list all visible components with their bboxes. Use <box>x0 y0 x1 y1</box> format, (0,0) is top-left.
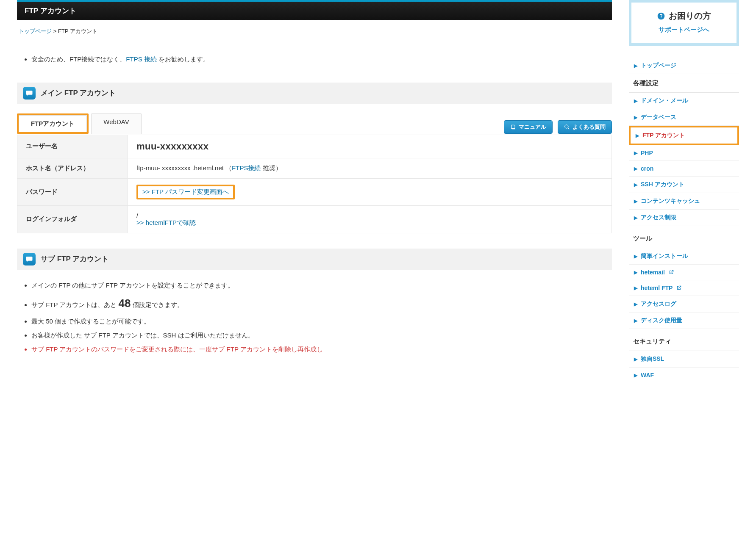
sidebar-settings-nav: ▶ドメイン・メール▶データベース▶FTP アカウント▶PHP▶cron▶SSH … <box>629 93 739 226</box>
caret-right-icon: ▶ <box>634 254 637 259</box>
caret-right-icon: ▶ <box>634 182 637 188</box>
notice-prefix: 安全のため、FTP接続ではなく、 <box>31 55 126 63</box>
sidebar-item-簡単インストール[interactable]: ▶簡単インストール <box>629 248 739 264</box>
external-link-icon <box>668 269 674 275</box>
ftp-account-table: ユーザー名 muu-xxxxxxxxx ホスト名（アドレス） ftp-muu- … <box>17 135 612 233</box>
row-host-value-suffix: 推奨） <box>261 164 281 171</box>
caret-right-icon: ▶ <box>634 199 637 204</box>
help-box-title-text: お困りの方 <box>669 10 711 22</box>
row-folder-value-cell: / >> hetemlFTPで確認 <box>128 205 612 233</box>
top-notice-item: 安全のため、FTP接続ではなく、FTPS 接続 をお勧めします。 <box>31 53 612 66</box>
sidebar-section-tools-title: ツール <box>629 230 739 248</box>
row-user-value: muu-xxxxxxxxx <box>136 141 208 152</box>
row-host-label: ホスト名（アドレス） <box>17 158 128 178</box>
row-password-value-cell: >> FTP パスワード変更画面へ <box>128 178 612 205</box>
caret-right-icon: ▶ <box>634 166 637 171</box>
sidebar-item-label: hetemail <box>641 269 665 276</box>
tab-ftp-account[interactable]: FTPアカウント <box>19 115 87 132</box>
support-page-link[interactable]: サポートページへ <box>659 26 709 33</box>
sidebar-item-独自SSL[interactable]: ▶独自SSL <box>629 351 739 367</box>
hetemlftp-confirm-link[interactable]: >> hetemlFTPで確認 <box>136 219 196 226</box>
caret-right-icon: ▶ <box>634 357 637 362</box>
sidebar-tools-nav: ▶簡単インストール▶hetemail▶heteml FTP▶アクセスログ▶ディス… <box>629 248 739 329</box>
sidebar-item-ディスク使用量[interactable]: ▶ディスク使用量 <box>629 312 739 329</box>
sidebar-item-データベース[interactable]: ▶データベース <box>629 109 739 125</box>
caret-right-icon: ▶ <box>634 301 637 307</box>
sidebar-item-FTP-アカウント[interactable]: ▶FTP アカウント <box>631 127 737 144</box>
sidebar-item-PHP[interactable]: ▶PHP <box>629 145 739 160</box>
sidebar-item-label: データベース <box>641 113 676 121</box>
help-icon <box>657 12 665 20</box>
ftps-connection-link[interactable]: FTPS接続 <box>232 164 261 171</box>
caret-right-icon: ▶ <box>634 98 637 104</box>
tab-webdav[interactable]: WebDAV <box>91 113 141 134</box>
caret-right-icon: ▶ <box>634 285 637 291</box>
book-icon <box>510 124 516 130</box>
chat-bubble-icon <box>23 87 36 100</box>
caret-right-icon: ▶ <box>634 318 637 324</box>
breadcrumb: トップページ > FTP アカウント <box>17 25 612 43</box>
sidebar-item-cron[interactable]: ▶cron <box>629 161 739 176</box>
side-nav-top: ▶トップページ <box>629 58 739 74</box>
main-ftp-section-head: メイン FTP アカウント <box>17 83 612 104</box>
notice-suffix: をお勧めします。 <box>157 55 209 63</box>
top-notice-list: 安全のため、FTP接続ではなく、FTPS 接続 をお勧めします。 <box>17 53 612 66</box>
sidebar-top-page[interactable]: ▶トップページ <box>629 58 739 74</box>
sidebar-item-label: 簡単インストール <box>641 252 688 260</box>
sub-note-2: サブ FTP アカウントは、あと 48 個設定できます。 <box>31 293 612 313</box>
sidebar-item-ドメイン・メール[interactable]: ▶ドメイン・メール <box>629 93 739 109</box>
search-icon <box>564 124 570 130</box>
page-title: FTP アカウント <box>17 0 612 20</box>
sidebar-item-label: コンテンツキャッシュ <box>641 197 700 205</box>
sub-ftp-notes: メインの FTP の他にサブ FTP アカウントを設定することができます。 サブ… <box>17 279 612 355</box>
sidebar-item-label: WAF <box>641 372 654 379</box>
row-folder-label: ログインフォルダ <box>17 205 128 233</box>
faq-button[interactable]: よくある質問 <box>558 120 612 134</box>
sub-note-2-count: 48 <box>119 297 131 310</box>
caret-right-icon: ▶ <box>634 115 637 120</box>
sidebar-item-アクセスログ[interactable]: ▶アクセスログ <box>629 296 739 312</box>
sub-note-1: メインの FTP の他にサブ FTP アカウントを設定することができます。 <box>31 279 612 291</box>
row-folder-value: / <box>136 212 603 219</box>
sidebar-item-heteml-FTP[interactable]: ▶heteml FTP <box>629 280 739 296</box>
chat-bubble-icon <box>23 253 36 265</box>
external-link-icon <box>676 285 682 291</box>
caret-right-icon: ▶ <box>634 63 637 69</box>
sidebar-item-label: PHP <box>641 149 653 156</box>
sidebar-item-label: アクセス制限 <box>641 214 676 221</box>
breadcrumb-current: FTP アカウント <box>58 28 97 34</box>
row-user-value-cell: muu-xxxxxxxxx <box>128 135 612 158</box>
breadcrumb-sep: > <box>53 28 57 34</box>
sidebar-security-nav: ▶独自SSL▶WAF <box>629 351 739 383</box>
help-box-title: お困りの方 <box>635 10 733 22</box>
faq-button-label: よくある質問 <box>573 123 606 131</box>
sub-note-5: サブ FTP アカウントのパスワードをご変更される際には、一度サブ FTP アカ… <box>31 343 612 355</box>
row-password-label: パスワード <box>17 178 128 205</box>
sidebar-top-label: トップページ <box>641 62 676 69</box>
sidebar-item-label: ディスク使用量 <box>641 317 682 324</box>
sub-note-2-suffix: 個設定できます。 <box>131 301 183 308</box>
ftps-link[interactable]: FTPS 接続 <box>126 55 157 63</box>
caret-right-icon: ▶ <box>634 150 637 156</box>
row-user-label: ユーザー名 <box>17 135 128 158</box>
tab-ftp-highlight: FTPアカウント <box>17 113 89 134</box>
manual-button[interactable]: マニュアル <box>504 120 553 134</box>
sidebar-item-WAF[interactable]: ▶WAF <box>629 368 739 383</box>
sidebar-item-SSH-アカウント[interactable]: ▶SSH アカウント <box>629 177 739 193</box>
row-host-value-prefix: ftp-muu- xxxxxxxxx .heteml.net （ <box>136 164 232 171</box>
sidebar-item-label: FTP アカウント <box>642 132 685 139</box>
sidebar-item-label: heteml FTP <box>641 285 673 291</box>
manual-button-label: マニュアル <box>519 123 546 131</box>
tab-row: FTPアカウント WebDAV マニュアル よくある質問 <box>17 113 612 134</box>
password-change-link[interactable]: >> FTP パスワード変更画面へ <box>142 188 229 195</box>
sidebar-item-アクセス制限[interactable]: ▶アクセス制限 <box>629 210 739 226</box>
sub-ftp-section-title: サブ FTP アカウント <box>41 254 108 264</box>
sidebar-item-コンテンツキャッシュ[interactable]: ▶コンテンツキャッシュ <box>629 193 739 209</box>
breadcrumb-top-link[interactable]: トップページ <box>19 28 52 34</box>
sidebar-item-label: 独自SSL <box>641 355 664 363</box>
help-box: お困りの方 サポートページへ <box>629 0 739 46</box>
page-title-text: FTP アカウント <box>25 7 76 15</box>
sidebar-item-hetemail[interactable]: ▶hetemail <box>629 265 739 280</box>
sidebar-item-label: アクセスログ <box>641 300 676 308</box>
sub-note-4: お客様が作成した サブ FTP アカウントでは、SSH はご利用いただけません。 <box>31 329 612 341</box>
